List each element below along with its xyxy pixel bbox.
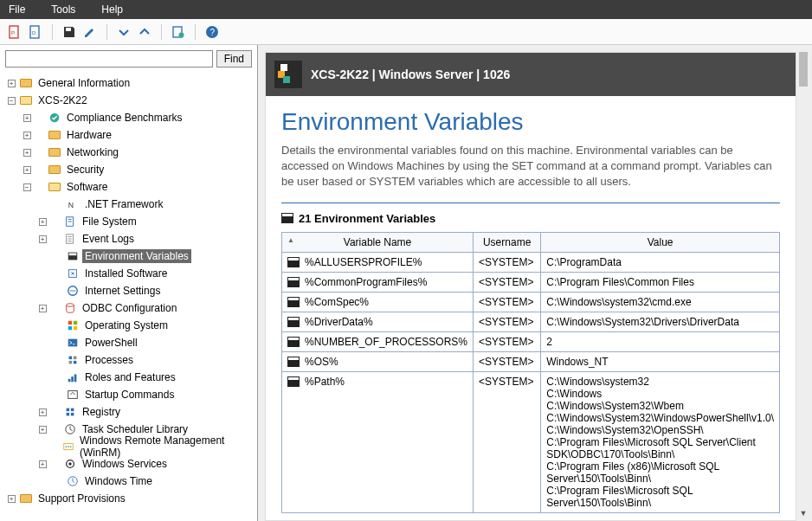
help-button[interactable]: ?: [204, 24, 220, 40]
tree-os[interactable]: Operating System: [3, 317, 257, 334]
tree-toggle[interactable]: [53, 355, 63, 365]
save-button[interactable]: [61, 24, 77, 40]
tree-env[interactable]: Environment Variables: [3, 248, 257, 265]
tree-toggle[interactable]: +: [22, 130, 32, 140]
tree-toggle[interactable]: +: [37, 459, 48, 469]
collapse-button[interactable]: [116, 24, 132, 40]
col-username[interactable]: Username: [474, 232, 541, 252]
tree-label[interactable]: PowerShell: [82, 336, 140, 350]
tree-toggle[interactable]: +: [6, 78, 16, 88]
tree-toggle[interactable]: [53, 251, 63, 261]
tree-label[interactable]: Internet Settings: [82, 284, 163, 298]
tree-label[interactable]: Operating System: [82, 318, 171, 332]
tree-toggle[interactable]: +: [6, 493, 16, 504]
tree-label[interactable]: Security: [64, 163, 106, 177]
tree-label[interactable]: ODBC Configuration: [80, 301, 179, 315]
tree-label[interactable]: Support Provisions: [35, 492, 128, 505]
tree-roles[interactable]: Roles and Features: [3, 369, 257, 386]
export-pdf-button[interactable]: P: [7, 24, 23, 40]
tree-toggle[interactable]: −: [6, 95, 16, 106]
tree-label[interactable]: .NET Framework: [82, 197, 165, 211]
tree-label[interactable]: Event Logs: [80, 232, 137, 246]
tree-label[interactable]: Windows Remote Management (WinRM): [77, 434, 257, 460]
tree-toggle[interactable]: [53, 372, 63, 383]
tree-toggle[interactable]: +: [37, 303, 48, 313]
refresh-button[interactable]: [171, 24, 186, 40]
tree-toggle[interactable]: +: [37, 234, 48, 244]
tree-toggle[interactable]: [35, 164, 45, 175]
table-row[interactable]: %ComSpec%<SYSTEM>C:\Windows\system32\cmd…: [282, 292, 780, 312]
tree-label[interactable]: Roles and Features: [82, 370, 178, 384]
tree-toggle[interactable]: [53, 389, 63, 400]
tree-winrm[interactable]: Windows Remote Management (WinRM): [3, 438, 257, 455]
tree-label[interactable]: Compliance Benchmarks: [64, 111, 184, 125]
tree-support[interactable]: +Support Provisions: [3, 490, 257, 507]
scroll-thumb[interactable]: [799, 52, 808, 87]
tree-label[interactable]: Hardware: [64, 128, 114, 142]
tree-label[interactable]: Software: [64, 180, 110, 194]
scrollbar[interactable]: ▲ ▼: [797, 52, 809, 521]
menu-help[interactable]: Help: [101, 3, 123, 16]
col-variable-name[interactable]: Variable Name: [282, 232, 474, 252]
tree-toggle[interactable]: [35, 130, 45, 140]
tree-toggle[interactable]: [50, 303, 61, 313]
tree-inst[interactable]: Installed Software: [3, 265, 257, 282]
tree-view[interactable]: +General Information−XCS-2K22+Compliance…: [0, 73, 257, 521]
tree-toggle[interactable]: [35, 182, 45, 192]
tree-security[interactable]: +Security: [3, 161, 257, 178]
tree-toggle[interactable]: [53, 268, 63, 279]
tree-label[interactable]: Registry: [80, 405, 123, 419]
tree-toggle[interactable]: [53, 338, 63, 348]
table-row[interactable]: %CommonProgramFiles%<SYSTEM>C:\Program F…: [282, 272, 780, 292]
tree-ie[interactable]: Internet Settings: [3, 282, 257, 299]
expand-button[interactable]: [137, 24, 152, 40]
table-row[interactable]: %Path%<SYSTEM>C:\Windows\system32 C:\Win…: [282, 371, 780, 512]
tree-label[interactable]: General Information: [35, 76, 132, 90]
tree-toggle[interactable]: [49, 441, 59, 452]
tree-ps[interactable]: PowerShell: [3, 334, 257, 351]
tree-label[interactable]: Windows Time: [82, 474, 155, 488]
tree-toggle[interactable]: [53, 476, 63, 486]
tree-toggle[interactable]: +: [22, 113, 32, 123]
col-value[interactable]: Value: [541, 232, 780, 252]
tree-label[interactable]: Installed Software: [82, 267, 170, 280]
table-row[interactable]: %DriverData%<SYSTEM>C:\Windows\System32\…: [282, 312, 780, 331]
tree-toggle[interactable]: [50, 216, 61, 227]
tree-label[interactable]: XCS-2K22: [35, 93, 90, 107]
scroll-down-icon[interactable]: ▼: [797, 509, 809, 521]
export-doc-button[interactable]: D: [28, 24, 43, 40]
tree-proc[interactable]: Processes: [3, 351, 257, 369]
menu-tools[interactable]: Tools: [51, 3, 75, 16]
tree-odbc[interactable]: +ODBC Configuration: [3, 299, 257, 317]
tree-compliance[interactable]: +Compliance Benchmarks: [3, 109, 257, 126]
tree-net[interactable]: N.NET Framework: [3, 196, 257, 213]
tree-time[interactable]: Windows Time: [3, 473, 257, 490]
tree-toggle[interactable]: +: [22, 147, 32, 158]
tree-toggle[interactable]: +: [22, 164, 32, 175]
tree-toggle[interactable]: +: [37, 424, 48, 434]
tree-software[interactable]: −Software: [3, 178, 257, 196]
tree-startup[interactable]: Startup Commands: [3, 386, 257, 403]
table-row[interactable]: %OS%<SYSTEM>Windows_NT: [282, 351, 780, 371]
tree-networking[interactable]: +Networking: [3, 144, 257, 161]
tree-toggle[interactable]: −: [22, 182, 32, 192]
tree-toggle[interactable]: [35, 113, 45, 123]
tree-toggle[interactable]: [50, 459, 61, 469]
tree-reg[interactable]: +Registry: [3, 403, 257, 421]
tree-toggle[interactable]: [53, 199, 63, 209]
tree-label[interactable]: File System: [80, 215, 139, 228]
tree-general[interactable]: +General Information: [3, 74, 257, 92]
tree-toggle[interactable]: +: [37, 407, 48, 417]
tree-label[interactable]: Networking: [64, 145, 121, 159]
tree-toggle[interactable]: [50, 424, 61, 434]
tree-hardware[interactable]: +Hardware: [3, 126, 257, 144]
tree-toggle[interactable]: [50, 234, 61, 244]
table-row[interactable]: %NUMBER_OF_PROCESSORS%<SYSTEM>2: [282, 331, 780, 351]
tree-toggle[interactable]: [35, 147, 45, 158]
find-button[interactable]: Find: [216, 50, 252, 68]
tree-toggle[interactable]: +: [37, 216, 48, 227]
tree-ev[interactable]: +Event Logs: [3, 230, 257, 248]
tree-toggle[interactable]: [53, 320, 63, 331]
tree-label[interactable]: Windows Services: [80, 457, 170, 471]
tree-fs[interactable]: +File System: [3, 213, 257, 230]
